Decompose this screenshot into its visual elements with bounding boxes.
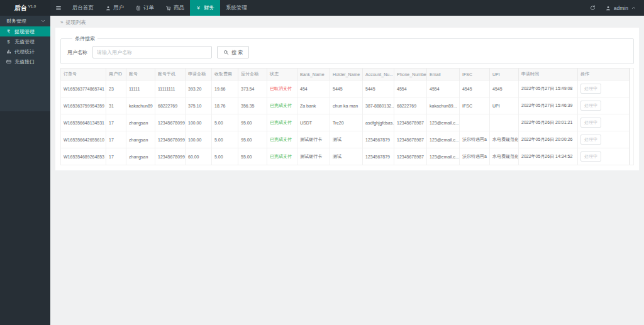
breadcrumb-arrow-icon: » bbox=[60, 19, 63, 25]
processing-button[interactable]: 处理中 bbox=[580, 118, 601, 128]
status-cell: 已完成支付 bbox=[267, 114, 297, 131]
app-window: 后台V1.0 财务管理 ₹提现管理$充值管理代理统计充值接口 后台首页用户订单商… bbox=[0, 0, 644, 325]
column-header: Account_Nu... bbox=[363, 69, 394, 80]
status-cell: 已完成支付 bbox=[267, 97, 297, 114]
column-header: 状态 bbox=[267, 69, 297, 80]
cell: 95.00 bbox=[238, 114, 267, 131]
topnav-item-label: 订单 bbox=[143, 4, 154, 12]
card-icon bbox=[6, 59, 11, 64]
dollar-icon: $ bbox=[6, 39, 11, 45]
cell: 23 bbox=[106, 80, 126, 97]
action-cell: 处理中 bbox=[578, 131, 630, 148]
processing-button[interactable]: 处理中 bbox=[580, 151, 601, 162]
column-header: 申请时间 bbox=[519, 69, 578, 80]
logo-title: 后台 bbox=[14, 4, 27, 13]
cell: 18.76 bbox=[212, 97, 238, 114]
processing-button[interactable]: 处理中 bbox=[580, 135, 601, 145]
topnav-item-label: 后台首页 bbox=[72, 4, 94, 12]
hamburger-icon[interactable] bbox=[50, 0, 67, 16]
cell: 水电费规范化 bbox=[490, 148, 519, 165]
table-scrollbar[interactable] bbox=[630, 68, 634, 165]
cell: 68222769 bbox=[394, 97, 427, 114]
order-icon bbox=[135, 6, 141, 11]
search-button[interactable]: 搜 索 bbox=[217, 46, 249, 58]
cell: 5.00 bbox=[212, 114, 238, 131]
cell: 55.00 bbox=[238, 148, 267, 165]
processing-button[interactable]: 处理中 bbox=[580, 84, 601, 94]
column-header: Holder_Name bbox=[330, 69, 363, 80]
search-panel: 条件搜索 用户名称 搜 索 bbox=[60, 35, 634, 64]
cell: 2022年05月26日 14:34:52 bbox=[519, 148, 578, 165]
cell: kakachun89... bbox=[427, 97, 460, 114]
table-row: W16535664813453117zhangsan12345678099100… bbox=[61, 114, 630, 131]
username: admin bbox=[614, 5, 628, 11]
withdraw-table-wrap: 订单号用户ID账号账号手机申请金额收取费用应付金额状态Bank_NameHold… bbox=[60, 68, 634, 165]
cell: 测试 bbox=[330, 131, 363, 148]
topnav-item[interactable]: 系统管理 bbox=[220, 0, 253, 16]
sidebar-item-label: 提现管理 bbox=[14, 28, 35, 35]
column-header: 账号手机 bbox=[155, 69, 186, 80]
column-header: UPI bbox=[490, 69, 519, 80]
status-cell: 已取消支付 bbox=[267, 80, 297, 97]
sidebar-group-finance[interactable]: 财务管理 bbox=[0, 16, 50, 26]
table-row: W165363774865741231111111111111393.2019.… bbox=[61, 80, 630, 97]
content-card: 条件搜索 用户名称 搜 索 订单号用户ID账号账号手机申请金额收取费用应付金额状… bbox=[55, 28, 639, 170]
topbar: 后台首页用户订单商品¥财务系统管理 admin bbox=[50, 0, 644, 16]
topnav-item[interactable]: 用户 bbox=[99, 0, 130, 16]
cell: 123@email.c... bbox=[427, 131, 460, 148]
cell: 356.35 bbox=[238, 97, 267, 114]
cell: 测试 bbox=[330, 148, 363, 165]
cell: 19.66 bbox=[212, 80, 238, 97]
column-header: 账号 bbox=[126, 69, 155, 80]
topnav-item-label: 用户 bbox=[113, 4, 124, 12]
cell: USDT bbox=[297, 114, 330, 131]
user-menu[interactable]: admin bbox=[606, 5, 636, 11]
username-field-label: 用户名称 bbox=[67, 49, 87, 56]
table-row: W16536375995435931kakachun8968222769375.… bbox=[61, 97, 630, 114]
cell: 11111 bbox=[126, 80, 155, 97]
cell: 5445 bbox=[330, 80, 363, 97]
sidebar-item[interactable]: ₹提现管理 bbox=[0, 26, 50, 36]
action-cell: 处理中 bbox=[578, 114, 630, 131]
cell: 4545 bbox=[490, 80, 519, 97]
cell: 375.10 bbox=[186, 97, 212, 114]
yen-icon: ¥ bbox=[196, 5, 201, 11]
action-cell: 处理中 bbox=[578, 80, 630, 97]
column-header: 用户ID bbox=[106, 69, 126, 80]
cell: W165363774865741 bbox=[61, 80, 106, 97]
column-header: 收取费用 bbox=[212, 69, 238, 80]
sidebar: 后台V1.0 财务管理 ₹提现管理$充值管理代理统计充值接口 bbox=[0, 0, 50, 325]
column-header: 操作 bbox=[578, 69, 630, 80]
cell: W165356642655610 bbox=[61, 131, 106, 148]
cell: 95.00 bbox=[238, 131, 267, 148]
processing-button[interactable]: 处理中 bbox=[580, 101, 601, 111]
sidebar-item[interactable]: 充值接口 bbox=[0, 57, 50, 67]
topnav-item[interactable]: 订单 bbox=[130, 0, 160, 16]
table-header-row: 订单号用户ID账号账号手机申请金额收取费用应付金额状态Bank_NameHold… bbox=[61, 69, 630, 80]
cell: 沃尔特遇画a bbox=[460, 131, 490, 148]
cell: Za bank bbox=[297, 97, 330, 114]
stats-icon bbox=[6, 49, 11, 54]
cell: 393.20 bbox=[186, 80, 212, 97]
cell: 68222769 bbox=[155, 97, 186, 114]
topnav-item-label: 商品 bbox=[174, 4, 184, 12]
search-button-label: 搜 索 bbox=[231, 49, 243, 56]
sidebar-item-label: 充值管理 bbox=[14, 38, 35, 45]
topnav-item[interactable]: ¥财务 bbox=[190, 0, 220, 16]
topnav-item[interactable]: 后台首页 bbox=[67, 0, 99, 16]
username-search-input[interactable] bbox=[92, 46, 212, 58]
cell: 17 bbox=[106, 131, 126, 148]
cell: 100.00 bbox=[186, 131, 212, 148]
sidebar-menu: 财务管理 ₹提现管理$充值管理代理统计充值接口 bbox=[0, 16, 50, 111]
sidebar-item[interactable]: $充值管理 bbox=[0, 36, 50, 47]
column-header: Email bbox=[427, 69, 460, 80]
topnav-item[interactable]: 商品 bbox=[160, 0, 190, 16]
cell bbox=[490, 114, 519, 131]
cell: 12345678987 bbox=[394, 114, 427, 131]
topbar-right: admin bbox=[590, 0, 644, 16]
cell: 123@email.c... bbox=[427, 148, 460, 165]
cell: 454 bbox=[297, 80, 330, 97]
sidebar-item[interactable]: 代理统计 bbox=[0, 47, 50, 57]
cell: 4554 bbox=[394, 80, 427, 97]
refresh-icon[interactable] bbox=[590, 5, 596, 11]
